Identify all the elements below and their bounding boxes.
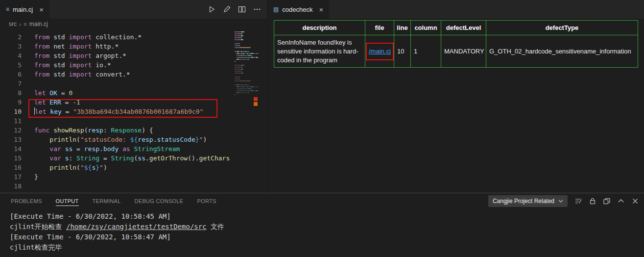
code-line[interactable]: 9let ERR = -1 [0, 98, 267, 107]
minimap-segment [238, 47, 239, 48]
code-token: = [99, 154, 111, 162]
code-line[interactable]: 18 [0, 181, 267, 191]
close-tab-icon[interactable]: × [319, 5, 324, 14]
code-line[interactable]: 8let OK = 0 [0, 88, 267, 98]
panel-tab-problems[interactable]: PROBLEMS [11, 196, 42, 206]
breadcrumb-folder[interactable]: src [9, 21, 17, 27]
edit-icon[interactable] [223, 5, 231, 13]
minimap-segment [247, 88, 251, 89]
panel-tab-ports[interactable]: PORTS [197, 196, 216, 206]
output-line: [Execute Time - 6/30/2022, 10:58:45 AM] [10, 211, 644, 222]
minimap-segment [237, 33, 238, 34]
code-line[interactable]: 17} [0, 172, 267, 181]
minimap-segment [235, 73, 236, 74]
run-icon[interactable] [208, 5, 215, 13]
code-line[interactable]: 5from std import io.* [0, 60, 267, 70]
minimap-segment [239, 90, 240, 91]
minimap-row [235, 43, 258, 44]
file-link[interactable]: /main.cj [369, 48, 391, 55]
close-panel-icon[interactable] [631, 197, 639, 205]
breadcrumb-file[interactable]: main.cj [29, 21, 48, 27]
minimap-segment [236, 78, 237, 79]
code-line[interactable]: 2from std import collection.* [0, 32, 267, 42]
code-token: key [50, 108, 61, 115]
panel-tab-debug-console[interactable]: DEBUG CONSOLE [135, 196, 184, 206]
minimap-segment [248, 92, 249, 93]
code-line[interactable]: 13 println("statusCode: ${resp.statusCod… [0, 135, 267, 144]
minimap-row [235, 33, 258, 34]
code-text: from std import convert.* [22, 70, 130, 79]
column-header-defectType: defectType [486, 21, 638, 35]
minimap-segment [237, 35, 238, 36]
code-line[interactable]: 6from std import convert.* [0, 70, 267, 79]
line-number: 10 [0, 107, 22, 116]
panel-tab-terminal[interactable]: TERMINAL [93, 196, 121, 206]
minimap-row [235, 65, 258, 66]
open-in-editor-icon[interactable] [603, 197, 611, 205]
clear-output-icon[interactable] [574, 197, 582, 205]
panel-tab-output[interactable]: OUTPUT [56, 196, 79, 206]
line-number: 17 [0, 172, 22, 181]
output-log[interactable]: [Execute Time - 6/30/2022, 10:58:45 AM]c… [0, 209, 644, 257]
defect-table: descriptionfilelinecolumndefectLeveldefe… [274, 20, 638, 68]
code-line[interactable]: 10let key = "3b38ba694cb34ab0876b001687a… [0, 107, 267, 116]
minimap-segment [240, 35, 243, 36]
lock-icon[interactable] [589, 197, 596, 205]
tab-codecheck[interactable]: ▤ codecheck × [267, 0, 330, 19]
minimap-segment [238, 78, 239, 79]
path-link[interactable]: /home/zsy/cangjietest/testDemo/src [66, 223, 207, 231]
minimap-segment [244, 84, 247, 85]
minimap-segment [243, 84, 244, 85]
code-line[interactable]: 11 [0, 116, 267, 126]
code-token: import [69, 33, 92, 41]
code-line[interactable]: 3from net import http.* [0, 42, 267, 51]
code-line[interactable]: 14 var ss = resp.body as StringStream [0, 144, 267, 154]
minimap-segment [248, 59, 249, 60]
minimap-segment [243, 51, 244, 52]
breadcrumb: src › ≡ main.cj [0, 19, 267, 29]
minimap-segment [239, 57, 240, 58]
minimap-segment [235, 65, 236, 66]
minimap-segment [246, 55, 247, 56]
minimap-segment [239, 43, 240, 44]
close-tab-icon[interactable]: × [39, 5, 44, 14]
tab-label: codecheck [282, 6, 312, 13]
minimap-segment [254, 53, 255, 54]
minimap-segment [240, 67, 242, 68]
code-line[interactable]: 7 [0, 79, 267, 88]
minimap-segment [235, 51, 236, 52]
minimap-segment [257, 53, 258, 54]
more-actions-icon[interactable] [253, 5, 261, 13]
minimap-segment [240, 71, 242, 72]
minimap-segment [235, 31, 236, 32]
code-text: from std import collection.* [22, 32, 142, 42]
code-line[interactable]: 4from std import argopt.* [0, 51, 267, 60]
tab-main-cj[interactable]: ≡ main.cj × [0, 0, 50, 19]
code-token: ss [65, 145, 73, 153]
main-area: ≡ main.cj × [0, 0, 644, 193]
minimap-segment [235, 61, 236, 62]
code-token: " [80, 164, 84, 171]
code-line[interactable]: 16 println("${s}") [0, 163, 267, 172]
minimap-segment [247, 86, 248, 87]
code-token: Response [111, 127, 142, 134]
code-token: } [95, 164, 99, 171]
minimap-segment [243, 88, 244, 89]
maximize-panel-icon[interactable] [617, 197, 625, 205]
code-line[interactable]: 15 var s: String = String(ss.getOrThrow(… [0, 154, 267, 163]
minimap-segment [250, 53, 254, 54]
code-token: std [49, 61, 69, 69]
minimap-row [235, 49, 258, 50]
code-editor[interactable]: 2from std import collection.*3from net i… [0, 29, 267, 193]
split-editor-icon[interactable] [238, 5, 246, 13]
code-token: io.* [92, 61, 111, 69]
code-token: ${ [84, 164, 92, 171]
output-channel-select[interactable]: Cangjie Project Related [488, 195, 568, 207]
minimap[interactable] [235, 31, 258, 98]
code-line[interactable]: 12func showResp(resp: Response) { [0, 126, 267, 135]
code-text: func showResp(resp: Response) { [22, 126, 153, 135]
minimap-segment [239, 77, 240, 77]
tab-label: main.cj [13, 6, 33, 13]
code-token: ) { [142, 127, 153, 134]
line-number: 7 [0, 79, 22, 88]
